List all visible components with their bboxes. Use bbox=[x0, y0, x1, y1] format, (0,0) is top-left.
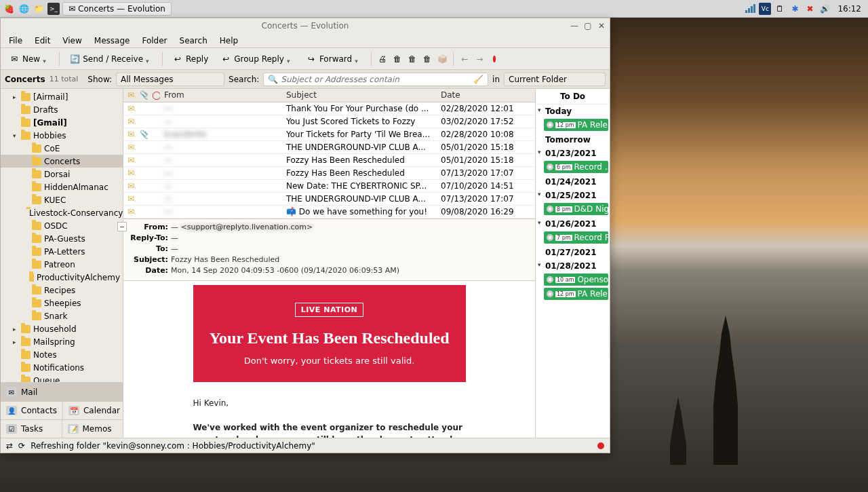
col-date[interactable]: Date bbox=[437, 89, 535, 102]
folder-hiddenalmanac[interactable]: HiddenAlmanac bbox=[1, 181, 123, 193]
search-input[interactable] bbox=[281, 75, 471, 84]
volume-tray-icon[interactable]: 🔊 bbox=[818, 3, 831, 15]
switcher-calendar[interactable]: 📅Calendar bbox=[62, 401, 123, 419]
message-row[interactable]: ✉—You Just Scored Tickets to Fozzy03/02/… bbox=[123, 115, 535, 128]
expand-icon[interactable]: ▸ bbox=[13, 326, 18, 333]
todo-item[interactable]: 8 pmD&D Nig... bbox=[544, 203, 608, 215]
todo-group[interactable]: Tomorrow bbox=[536, 133, 610, 147]
folder-osdc[interactable]: OSDC bbox=[1, 219, 123, 232]
junk-button[interactable]: 🗑 bbox=[407, 54, 418, 64]
folder-drafts[interactable]: Drafts bbox=[1, 103, 123, 116]
menu-folder[interactable]: Folder bbox=[136, 35, 172, 47]
updates-tray-icon[interactable]: 🗒 bbox=[774, 3, 786, 15]
folder-productivityalchemy[interactable]: ProductivityAlchemy bbox=[1, 271, 123, 284]
window-maximize-button[interactable]: ▢ bbox=[584, 22, 592, 30]
taskbar-window-evolution[interactable]: ✉ Concerts — Evolution bbox=[62, 2, 172, 16]
folder-tree[interactable]: ▸[Airmail]Drafts[Gmail]▾HobbiesCoEConcer… bbox=[1, 89, 123, 382]
chevron-down-icon[interactable] bbox=[146, 56, 153, 62]
col-read-icon[interactable]: ✉ bbox=[123, 89, 136, 102]
message-row[interactable]: ✉—THE UNDERGROUND-VIP CLUB A...05/01/202… bbox=[123, 140, 535, 153]
message-row[interactable]: ✉—Fozzy Has Been Rescheduled05/01/2020 1… bbox=[123, 153, 535, 166]
message-row[interactable]: ✉—THE UNDERGROUND-VIP CLUB A...07/13/202… bbox=[123, 192, 535, 205]
record-button[interactable] bbox=[489, 54, 500, 64]
network-disabled-icon[interactable]: ✖ bbox=[804, 3, 816, 15]
switcher-mail[interactable]: ✉Mail bbox=[1, 383, 123, 401]
message-body[interactable]: LIVE NATION Your Event Has Been Reschedu… bbox=[123, 281, 535, 438]
search-box[interactable]: 🔍 🧹 bbox=[263, 73, 488, 86]
collapse-header-button[interactable]: − bbox=[117, 222, 127, 231]
todo-item[interactable]: 12 pmPA Rele... bbox=[544, 119, 608, 131]
todo-group[interactable]: 01/25/2021 bbox=[536, 189, 610, 202]
chevron-down-icon[interactable] bbox=[355, 56, 361, 62]
clear-search-icon[interactable]: 🧹 bbox=[473, 75, 484, 84]
folder-gmail[interactable]: [Gmail] bbox=[1, 116, 123, 129]
folder-livestockconservancy[interactable]: Livestock-Conservancy bbox=[1, 206, 123, 219]
col-attachment-icon[interactable]: 📎 bbox=[136, 89, 148, 102]
web-browser-icon[interactable]: 🌐 bbox=[18, 3, 30, 15]
folder-concerts[interactable]: Concerts bbox=[1, 155, 123, 168]
message-row[interactable]: ✉—Fozzy Has Been Rescheduled07/13/2020 1… bbox=[123, 166, 535, 179]
folder-sheepies[interactable]: Sheepies bbox=[1, 297, 123, 309]
vnc-tray-icon[interactable]: Vc bbox=[759, 3, 771, 15]
message-list[interactable]: ✉ 📎 ◯ From Subject Date ✉—Thank You For … bbox=[123, 89, 535, 219]
expand-icon[interactable]: ▸ bbox=[13, 339, 18, 345]
col-from[interactable]: From bbox=[160, 89, 282, 102]
window-close-button[interactable]: ✕ bbox=[597, 22, 606, 30]
folder-notifications[interactable]: Notifications bbox=[1, 361, 123, 374]
forward-button[interactable]: ↪Forward bbox=[302, 52, 366, 67]
archive-button[interactable]: 📦 bbox=[437, 54, 448, 64]
folder-mailspring[interactable]: ▸Mailspring bbox=[1, 335, 123, 348]
folder-coe[interactable]: CoE bbox=[1, 142, 123, 155]
folder-patreon[interactable]: Patreon bbox=[1, 258, 123, 271]
switcher-tasks[interactable]: ☑Tasks bbox=[1, 419, 62, 438]
col-flag-icon[interactable]: ◯ bbox=[148, 89, 160, 102]
switcher-contacts[interactable]: 👤Contacts bbox=[1, 401, 62, 419]
folder-household[interactable]: ▸Household bbox=[1, 322, 123, 335]
switcher-memos[interactable]: 📝Memos bbox=[62, 419, 123, 438]
message-row[interactable]: ✉—📫 Do we have something for you!09/08/2… bbox=[123, 205, 535, 218]
folder-hobbies[interactable]: ▾Hobbies bbox=[1, 129, 123, 142]
message-row[interactable]: ✉—Thank You For Your Purchase (do ...02/… bbox=[123, 102, 535, 115]
print-button[interactable]: 🖨 bbox=[377, 54, 388, 64]
expand-icon[interactable]: ▸ bbox=[13, 94, 18, 100]
todo-group[interactable]: 01/27/2021 bbox=[536, 246, 610, 259]
folder-notes[interactable]: Notes bbox=[1, 348, 123, 361]
raspberry-menu-icon[interactable]: 🍓 bbox=[3, 3, 15, 15]
chevron-down-icon[interactable] bbox=[43, 56, 50, 62]
todo-group[interactable]: 01/24/2021 bbox=[536, 175, 610, 189]
menu-view[interactable]: View bbox=[57, 35, 87, 47]
menu-search[interactable]: Search bbox=[174, 35, 213, 47]
todo-item[interactable]: 12 pmPA Rele... bbox=[544, 288, 608, 300]
forward-nav-button[interactable]: → bbox=[474, 54, 485, 64]
menu-message[interactable]: Message bbox=[89, 35, 136, 47]
expand-icon[interactable]: ▾ bbox=[13, 132, 18, 139]
todo-group[interactable]: Today bbox=[536, 105, 610, 118]
back-button[interactable]: ← bbox=[459, 54, 470, 64]
todo-item[interactable]: 10 amOpenso... bbox=[544, 273, 608, 286]
folder-queue[interactable]: Queue bbox=[1, 374, 123, 382]
folder-kuec[interactable]: KUEC bbox=[1, 193, 123, 206]
delete-button[interactable]: 🗑 bbox=[392, 54, 403, 64]
folder-recipes[interactable]: Recipes bbox=[1, 284, 123, 297]
todo-group[interactable]: 01/26/2021 bbox=[536, 217, 610, 231]
menu-edit[interactable]: Edit bbox=[29, 35, 56, 47]
folder-snark[interactable]: Snark bbox=[1, 309, 123, 322]
group-reply-button[interactable]: ↩Group Reply bbox=[216, 52, 298, 67]
folder-paguests[interactable]: PA-Guests bbox=[1, 232, 123, 245]
todo-item[interactable]: 7 pmRecord PA bbox=[544, 231, 608, 244]
terminal-icon[interactable]: >_ bbox=[47, 3, 60, 15]
file-manager-icon[interactable]: 📁 bbox=[33, 3, 45, 15]
folder-dorsai[interactable]: Dorsai bbox=[1, 168, 123, 181]
bluetooth-tray-icon[interactable]: ✱ bbox=[789, 3, 801, 15]
new-button[interactable]: ✉New bbox=[5, 52, 54, 67]
online-status-icon[interactable]: ⇄ bbox=[6, 441, 13, 451]
window-minimize-button[interactable]: — bbox=[570, 22, 578, 30]
reply-button[interactable]: ↩Reply bbox=[168, 52, 212, 67]
show-filter-combo[interactable]: All Messages bbox=[116, 73, 224, 86]
col-subject[interactable]: Subject bbox=[282, 89, 437, 102]
network-tray-icon[interactable] bbox=[744, 3, 756, 15]
message-row[interactable]: ✉📎Eventbrite Your Tickets for Party 'Til… bbox=[123, 128, 535, 140]
message-row[interactable]: ✉—New Date: THE CYBERTRONIC SP...07/10/2… bbox=[123, 179, 535, 192]
system-clock[interactable]: 16:12 bbox=[833, 4, 865, 14]
todo-group[interactable]: 01/23/2021 bbox=[536, 147, 610, 160]
